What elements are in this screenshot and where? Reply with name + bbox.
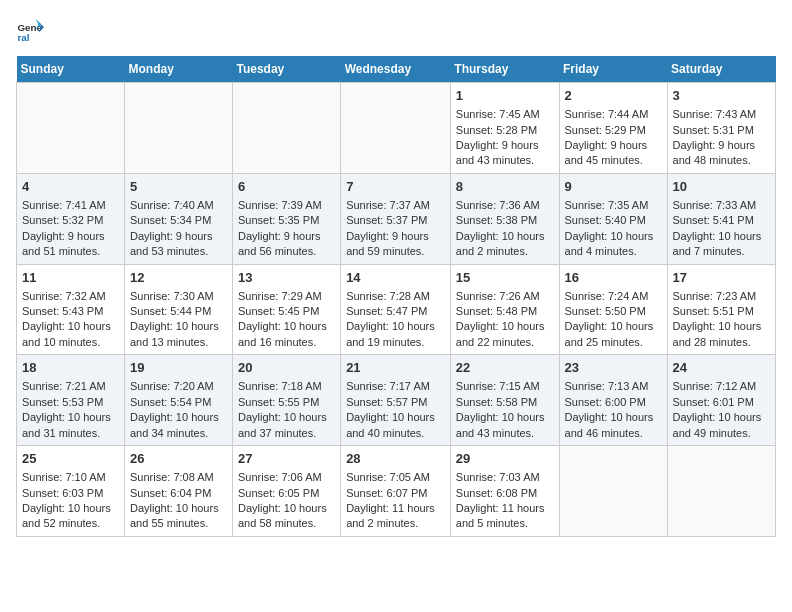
day-info-line: and 53 minutes. (130, 244, 227, 259)
calendar-cell: 23Sunrise: 7:13 AMSunset: 6:00 PMDayligh… (559, 355, 667, 446)
day-info-line: Sunset: 6:08 PM (456, 486, 554, 501)
column-header-friday: Friday (559, 56, 667, 83)
header: Gene ral (16, 16, 776, 44)
day-info-line: and 4 minutes. (565, 244, 662, 259)
day-info-line: Sunrise: 7:20 AM (130, 379, 227, 394)
day-info-line: and 59 minutes. (346, 244, 445, 259)
calendar-cell: 17Sunrise: 7:23 AMSunset: 5:51 PMDayligh… (667, 264, 775, 355)
day-info-line: Sunrise: 7:24 AM (565, 289, 662, 304)
day-info-line: Sunrise: 7:44 AM (565, 107, 662, 122)
day-info-line: Daylight: 10 hours (456, 319, 554, 334)
day-number: 16 (565, 269, 662, 287)
calendar-cell: 13Sunrise: 7:29 AMSunset: 5:45 PMDayligh… (232, 264, 340, 355)
day-info-line: Sunrise: 7:18 AM (238, 379, 335, 394)
logo-icon: Gene ral (16, 16, 44, 44)
day-number: 2 (565, 87, 662, 105)
day-info-line: and 13 minutes. (130, 335, 227, 350)
day-info-line: and 28 minutes. (673, 335, 770, 350)
day-info-line: Sunset: 5:35 PM (238, 213, 335, 228)
day-number: 13 (238, 269, 335, 287)
day-info-line: Daylight: 10 hours (456, 410, 554, 425)
calendar-cell: 25Sunrise: 7:10 AMSunset: 6:03 PMDayligh… (17, 446, 125, 537)
day-number: 28 (346, 450, 445, 468)
day-info-line: and 52 minutes. (22, 516, 119, 531)
day-info-line: Sunrise: 7:03 AM (456, 470, 554, 485)
calendar-cell: 7Sunrise: 7:37 AMSunset: 5:37 PMDaylight… (341, 173, 451, 264)
day-number: 25 (22, 450, 119, 468)
calendar-table: SundayMondayTuesdayWednesdayThursdayFrid… (16, 56, 776, 537)
day-info-line: Sunrise: 7:08 AM (130, 470, 227, 485)
day-info-line: Daylight: 10 hours (238, 410, 335, 425)
day-info-line: Sunset: 5:44 PM (130, 304, 227, 319)
day-info-line: Sunset: 5:45 PM (238, 304, 335, 319)
day-info-line: and 49 minutes. (673, 426, 770, 441)
calendar-cell: 26Sunrise: 7:08 AMSunset: 6:04 PMDayligh… (124, 446, 232, 537)
day-info-line: Sunrise: 7:35 AM (565, 198, 662, 213)
day-info-line: Sunrise: 7:10 AM (22, 470, 119, 485)
calendar-cell: 2Sunrise: 7:44 AMSunset: 5:29 PMDaylight… (559, 83, 667, 174)
day-info-line: and 58 minutes. (238, 516, 335, 531)
day-number: 15 (456, 269, 554, 287)
day-info-line: Daylight: 10 hours (22, 410, 119, 425)
day-number: 29 (456, 450, 554, 468)
day-info-line: Daylight: 10 hours (565, 410, 662, 425)
day-info-line: and 22 minutes. (456, 335, 554, 350)
day-info-line: Sunrise: 7:05 AM (346, 470, 445, 485)
calendar-cell: 6Sunrise: 7:39 AMSunset: 5:35 PMDaylight… (232, 173, 340, 264)
calendar-header-row: SundayMondayTuesdayWednesdayThursdayFrid… (17, 56, 776, 83)
day-info-line: and 34 minutes. (130, 426, 227, 441)
day-info-line: Sunrise: 7:17 AM (346, 379, 445, 394)
day-info-line: and 25 minutes. (565, 335, 662, 350)
day-info-line: Sunset: 6:00 PM (565, 395, 662, 410)
day-info-line: and 55 minutes. (130, 516, 227, 531)
day-info-line: and 51 minutes. (22, 244, 119, 259)
week-row-4: 18Sunrise: 7:21 AMSunset: 5:53 PMDayligh… (17, 355, 776, 446)
day-info-line: Daylight: 11 hours (346, 501, 445, 516)
day-info-line: and 31 minutes. (22, 426, 119, 441)
calendar-cell: 29Sunrise: 7:03 AMSunset: 6:08 PMDayligh… (450, 446, 559, 537)
week-row-5: 25Sunrise: 7:10 AMSunset: 6:03 PMDayligh… (17, 446, 776, 537)
logo: Gene ral (16, 16, 48, 44)
day-info-line: Sunset: 5:41 PM (673, 213, 770, 228)
day-info-line: Daylight: 10 hours (22, 501, 119, 516)
day-info-line: Sunrise: 7:37 AM (346, 198, 445, 213)
column-header-sunday: Sunday (17, 56, 125, 83)
column-header-thursday: Thursday (450, 56, 559, 83)
calendar-cell: 15Sunrise: 7:26 AMSunset: 5:48 PMDayligh… (450, 264, 559, 355)
day-info-line: Daylight: 9 hours (22, 229, 119, 244)
day-info-line: Sunrise: 7:41 AM (22, 198, 119, 213)
day-info-line: Sunrise: 7:12 AM (673, 379, 770, 394)
day-number: 17 (673, 269, 770, 287)
calendar-cell: 5Sunrise: 7:40 AMSunset: 5:34 PMDaylight… (124, 173, 232, 264)
day-info-line: Sunset: 5:38 PM (456, 213, 554, 228)
day-info-line: and 43 minutes. (456, 426, 554, 441)
day-info-line: Sunrise: 7:33 AM (673, 198, 770, 213)
day-number: 14 (346, 269, 445, 287)
day-info-line: and 16 minutes. (238, 335, 335, 350)
day-info-line: Sunset: 6:07 PM (346, 486, 445, 501)
day-info-line: Sunset: 5:55 PM (238, 395, 335, 410)
day-info-line: and 7 minutes. (673, 244, 770, 259)
day-info-line: Sunset: 5:48 PM (456, 304, 554, 319)
day-number: 10 (673, 178, 770, 196)
day-info-line: Sunrise: 7:23 AM (673, 289, 770, 304)
calendar-cell: 9Sunrise: 7:35 AMSunset: 5:40 PMDaylight… (559, 173, 667, 264)
day-info-line: Sunrise: 7:43 AM (673, 107, 770, 122)
day-info-line: Sunset: 6:03 PM (22, 486, 119, 501)
calendar-cell: 21Sunrise: 7:17 AMSunset: 5:57 PMDayligh… (341, 355, 451, 446)
day-number: 26 (130, 450, 227, 468)
calendar-cell: 8Sunrise: 7:36 AMSunset: 5:38 PMDaylight… (450, 173, 559, 264)
day-info-line: and 2 minutes. (346, 516, 445, 531)
calendar-cell: 10Sunrise: 7:33 AMSunset: 5:41 PMDayligh… (667, 173, 775, 264)
day-info-line: and 19 minutes. (346, 335, 445, 350)
day-info-line: Sunrise: 7:29 AM (238, 289, 335, 304)
day-info-line: and 5 minutes. (456, 516, 554, 531)
day-info-line: Daylight: 10 hours (130, 410, 227, 425)
day-info-line: Daylight: 10 hours (673, 410, 770, 425)
day-number: 4 (22, 178, 119, 196)
column-header-monday: Monday (124, 56, 232, 83)
day-info-line: Sunset: 5:32 PM (22, 213, 119, 228)
day-info-line: Sunset: 6:05 PM (238, 486, 335, 501)
day-info-line: Daylight: 10 hours (22, 319, 119, 334)
day-number: 7 (346, 178, 445, 196)
